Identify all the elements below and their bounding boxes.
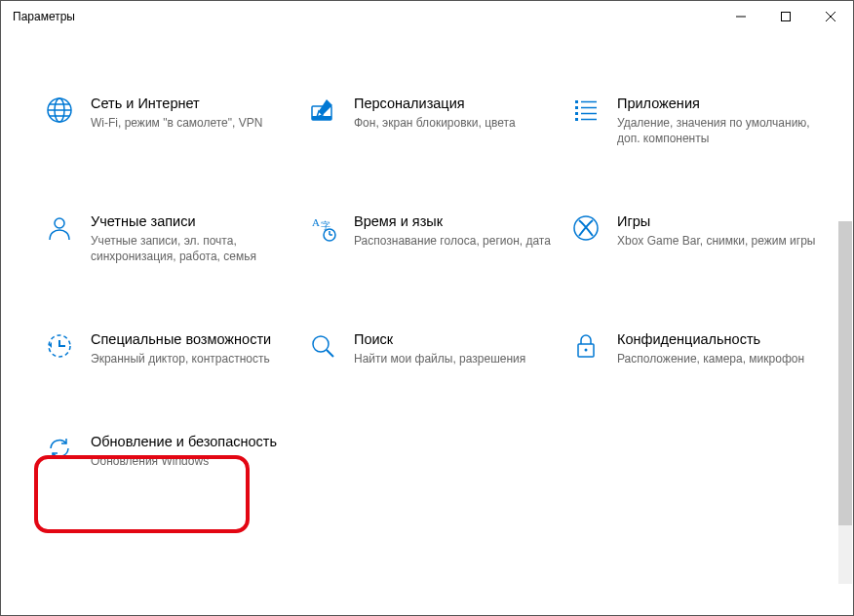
tile-title: Обновление и безопасность <box>91 433 290 451</box>
svg-text:A: A <box>312 216 320 228</box>
tile-network[interactable]: Сеть и Интернет Wi-Fi, режим "в самолете… <box>40 91 293 150</box>
apps-list-icon <box>570 95 602 126</box>
titlebar: Параметры <box>1 1 853 32</box>
tile-ease-of-access[interactable]: Специальные возможности Экранный диктор,… <box>40 327 293 370</box>
minimize-button[interactable] <box>718 1 763 32</box>
maximize-button[interactable] <box>763 1 808 32</box>
paintbrush-icon <box>307 95 338 126</box>
tile-personalization[interactable]: Персонализация Фон, экран блокировки, цв… <box>303 91 557 150</box>
tile-desc: Найти мои файлы, разрешения <box>354 351 553 366</box>
tile-desc: Xbox Game Bar, снимки, режим игры <box>617 233 816 249</box>
tile-text: Поиск Найти мои файлы, разрешения <box>354 330 553 366</box>
svg-rect-15 <box>575 112 578 115</box>
globe-icon <box>44 95 75 126</box>
content-area: Сеть и Интернет Wi-Fi, режим "в самолете… <box>1 32 853 503</box>
tile-accounts[interactable]: Учетные записи Учетные записи, эл. почта… <box>40 209 293 268</box>
tile-desc: Распознавание голоса, регион, дата <box>354 233 553 249</box>
tile-time-language[interactable]: A字 Время и язык Распознавание голоса, ре… <box>303 209 557 268</box>
tile-title: Персонализация <box>354 95 553 113</box>
tile-desc: Обновления Windows <box>91 453 290 469</box>
tile-title: Учетные записи <box>91 212 290 231</box>
tile-desc: Экранный диктор, контрастность <box>91 351 290 366</box>
svg-line-28 <box>327 350 333 357</box>
person-icon <box>44 212 75 244</box>
tile-text: Время и язык Распознавание голоса, регио… <box>354 212 553 249</box>
tile-text: Специальные возможности Экранный диктор,… <box>91 330 290 366</box>
tile-text: Обновление и безопасность Обновления Win… <box>91 433 290 469</box>
search-icon <box>307 330 338 362</box>
close-icon <box>826 12 835 21</box>
tile-apps[interactable]: Приложения Удаление, значения по умолчан… <box>566 91 820 150</box>
tile-title: Поиск <box>354 330 553 349</box>
svg-rect-17 <box>575 118 578 121</box>
tile-search[interactable]: Поиск Найти мои файлы, разрешения <box>303 327 557 370</box>
svg-rect-13 <box>575 106 578 109</box>
tile-title: Приложения <box>617 95 816 113</box>
maximize-icon <box>781 12 791 21</box>
settings-grid: Сеть и Интернет Wi-Fi, режим "в самолете… <box>40 91 824 474</box>
tile-text: Конфиденциальность Расположение, камера,… <box>617 330 816 366</box>
window-controls <box>718 1 853 32</box>
tile-title: Игры <box>617 212 816 231</box>
tile-text: Игры Xbox Game Bar, снимки, режим игры <box>617 212 816 249</box>
svg-rect-11 <box>575 100 578 103</box>
svg-point-27 <box>313 336 329 352</box>
tile-title: Специальные возможности <box>91 330 290 349</box>
tile-title: Время и язык <box>354 212 553 231</box>
tile-text: Приложения Удаление, значения по умолчан… <box>617 95 816 146</box>
tile-desc: Фон, экран блокировки, цвета <box>354 115 553 131</box>
ease-of-access-icon <box>44 330 75 362</box>
tile-title: Сеть и Интернет <box>91 95 290 113</box>
tile-privacy[interactable]: Конфиденциальность Расположение, камера,… <box>566 327 820 370</box>
tile-text: Персонализация Фон, экран блокировки, цв… <box>354 95 553 131</box>
svg-point-30 <box>585 349 588 352</box>
minimize-icon <box>736 12 746 21</box>
time-language-icon: A字 <box>307 212 338 244</box>
window-title: Параметры <box>13 10 75 23</box>
lock-icon <box>570 330 602 362</box>
svg-rect-1 <box>782 13 791 21</box>
tile-text: Учетные записи Учетные записи, эл. почта… <box>91 212 290 264</box>
svg-point-19 <box>55 218 64 228</box>
close-button[interactable] <box>808 1 853 32</box>
tile-text: Сеть и Интернет Wi-Fi, режим "в самолете… <box>91 95 290 131</box>
tile-gaming[interactable]: Игры Xbox Game Bar, снимки, режим игры <box>566 209 820 268</box>
svg-rect-10 <box>312 116 331 120</box>
xbox-icon <box>570 212 602 244</box>
tile-desc: Wi-Fi, режим "в самолете", VPN <box>91 115 290 131</box>
scrollbar-thumb[interactable] <box>838 221 852 525</box>
tile-desc: Расположение, камера, микрофон <box>617 351 816 366</box>
tile-title: Конфиденциальность <box>617 330 816 349</box>
tile-desc: Учетные записи, эл. почта, синхронизация… <box>91 233 290 264</box>
tile-update-security[interactable]: Обновление и безопасность Обновления Win… <box>40 429 293 473</box>
tile-desc: Удаление, значения по умолчанию, доп. ко… <box>617 115 816 146</box>
sync-icon <box>44 433 75 464</box>
